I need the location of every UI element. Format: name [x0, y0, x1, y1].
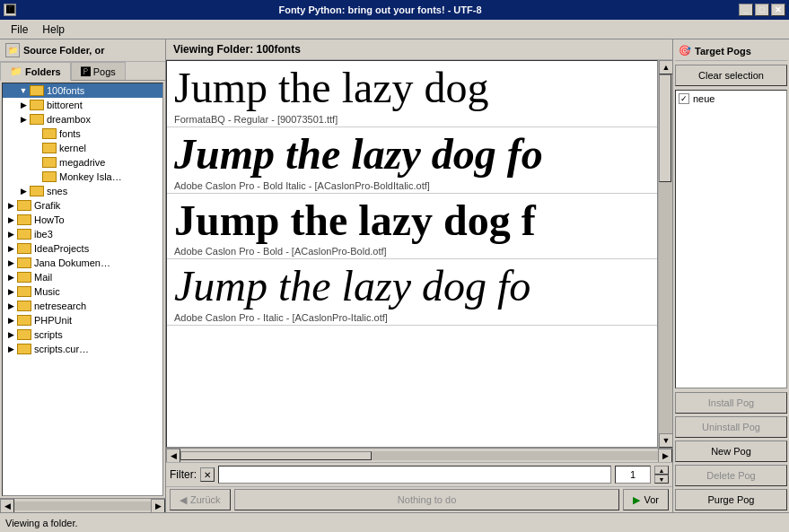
tree-label: kernel [59, 143, 86, 153]
tree-label: ibe3 [34, 229, 53, 240]
clear-selection-button[interactable]: Clear selection [675, 65, 787, 86]
spin-down-btn[interactable]: ▼ [654, 475, 669, 484]
tree-label: HowTo [34, 214, 65, 225]
delete-pog-btn[interactable]: Delete Pog [675, 465, 787, 486]
menu-help[interactable]: Help [35, 22, 72, 38]
tree-label: scripts [34, 329, 63, 340]
tree-item[interactable]: ▶scripts [3, 327, 162, 342]
font-entry[interactable]: Jump the lazy dogFormataBQ - Regular - [… [167, 61, 657, 127]
tree-item[interactable]: fonts [3, 126, 162, 141]
forward-label: Vor [644, 494, 659, 505]
preview-hscroll-track[interactable] [180, 451, 658, 460]
tree-item[interactable]: ▶Grafik [3, 198, 162, 213]
left-hscroll[interactable]: ◀ ▶ [0, 498, 165, 512]
preview-hscroll-right[interactable]: ▶ [658, 449, 672, 463]
tree-toggle[interactable]: ▼ [17, 84, 30, 97]
tree-label: dreambox [47, 114, 91, 125]
preview-hscroll-left[interactable]: ◀ [166, 449, 180, 463]
title-bar: 🅵 Fonty Python: bring out your fonts! - … [0, 0, 789, 20]
tree-item[interactable]: ▶IdeaProjects [3, 241, 162, 256]
tree-item[interactable]: kernel [3, 141, 162, 155]
tree-toggle[interactable]: ▶ [17, 113, 30, 126]
tree-toggle[interactable]: ▶ [4, 314, 17, 327]
forward-icon: ▶ [633, 494, 640, 506]
tree-item[interactable]: ▶Jana Dokumen… [3, 256, 162, 270]
folder-tree[interactable]: ▼100fonts▶bittorent▶dreambox fonts kerne… [2, 83, 163, 496]
tree-toggle[interactable]: ▶ [17, 185, 30, 197]
tree-toggle[interactable]: ▶ [4, 242, 17, 255]
pog-list[interactable]: neue [675, 90, 787, 388]
tree-item[interactable]: ▼100fonts [3, 83, 162, 98]
folder-icon [30, 85, 44, 96]
tree-toggle[interactable]: ▶ [17, 99, 30, 111]
hscroll-left-btn[interactable]: ◀ [0, 499, 14, 513]
preview-hscroll-thumb[interactable] [180, 451, 372, 460]
forward-button[interactable]: ▶ Vor [623, 489, 669, 510]
new-pog-btn[interactable]: New Pog [675, 440, 787, 462]
folder-icon [17, 315, 31, 326]
tree-toggle[interactable]: ▶ [4, 257, 17, 269]
font-entry[interactable]: Jump the lazy dog foAdobe Caslon Pro - B… [167, 127, 657, 194]
tree-toggle[interactable]: ▶ [4, 285, 17, 298]
tree-item[interactable]: ▶snes [3, 184, 162, 198]
tree-toggle[interactable]: ▶ [4, 228, 17, 240]
close-button[interactable]: ✕ [771, 4, 785, 16]
tree-label: bittorent [47, 100, 83, 110]
tree-toggle[interactable]: ▶ [4, 300, 17, 312]
purge-pog-btn[interactable]: Purge Pog [675, 489, 787, 510]
tree-item[interactable]: ▶dreambox [3, 112, 162, 126]
tree-item[interactable]: ▶bittorent [3, 98, 162, 112]
tree-item[interactable]: ▶ibe3 [3, 227, 162, 241]
filter-bar: Filter: ✕ ▲ ▼ [166, 462, 672, 486]
pogs-tab-icon: 🅿 [81, 66, 91, 77]
font-entry[interactable]: Jump the lazy dog foAdobe Caslon Pro - I… [167, 259, 657, 326]
uninstall-pog-btn[interactable]: Uninstall Pog [675, 416, 787, 438]
tree-item[interactable]: ▶netresearch [3, 299, 162, 313]
back-button[interactable]: ◀ Zurück [170, 489, 231, 510]
filter-input[interactable] [218, 466, 611, 484]
tree-item[interactable]: ▶Mail [3, 270, 162, 284]
hscroll-track[interactable] [14, 501, 151, 510]
tree-item[interactable]: ▶HowTo [3, 213, 162, 227]
right-panel: 🎯 Target Pogs Clear selection neue Insta… [672, 39, 789, 512]
tree-toggle[interactable]: ▶ [4, 328, 17, 341]
back-icon: ◀ [180, 494, 187, 506]
tree-label: megadrive [59, 157, 105, 168]
tree-toggle[interactable]: ▶ [4, 214, 17, 226]
tab-folders[interactable]: 📁 Folders [0, 62, 71, 81]
tabs-row: 📁 Folders 🅿 Pogs [0, 62, 165, 81]
preview-hscroll[interactable]: ◀ ▶ [166, 448, 672, 462]
menu-file[interactable]: File [4, 22, 35, 38]
pog-checkbox[interactable] [679, 93, 689, 104]
vscroll-down-btn[interactable]: ▼ [659, 433, 672, 448]
spin-up-btn[interactable]: ▲ [654, 466, 669, 475]
preview-vscroll[interactable]: ▲ ▼ [658, 60, 672, 448]
filter-number[interactable] [615, 466, 651, 484]
tree-item[interactable]: Monkey Isla… [3, 170, 162, 184]
vscroll-up-btn[interactable]: ▲ [659, 60, 672, 74]
pog-item[interactable]: neue [678, 92, 785, 105]
tree-toggle[interactable]: ▶ [4, 271, 17, 283]
tree-item[interactable]: ▶PHPUnit [3, 313, 162, 327]
tree-item[interactable]: ▶Music [3, 284, 162, 299]
folder-icon [17, 344, 31, 354]
tree-toggle[interactable]: ▶ [4, 199, 17, 212]
install-pog-btn[interactable]: Install Pog [675, 392, 787, 414]
hscroll-right-btn[interactable]: ▶ [151, 499, 165, 513]
tab-pogs[interactable]: 🅿 Pogs [71, 62, 126, 80]
folder-icon [30, 100, 44, 110]
tree-item[interactable]: megadrive [3, 155, 162, 170]
folder-icon [42, 157, 57, 168]
vscroll-thumb[interactable] [659, 74, 671, 182]
folder-icon [17, 243, 31, 254]
tree-toggle[interactable]: ▶ [4, 343, 17, 355]
tree-item[interactable]: ▶scripts.cur… [3, 342, 162, 356]
filter-spinbox[interactable]: ▲ ▼ [654, 466, 669, 484]
maximize-button[interactable]: □ [755, 4, 769, 16]
filter-clear-btn[interactable]: ✕ [200, 467, 215, 482]
font-meta: Adobe Caslon Pro - Bold Italic - [ACaslo… [174, 180, 650, 191]
tree-label: Mail [34, 272, 52, 283]
font-entry[interactable]: Jump the lazy dog fAdobe Caslon Pro - Bo… [167, 194, 657, 260]
font-preview-area[interactable]: Jump the lazy dogFormataBQ - Regular - [… [166, 60, 658, 448]
minimize-button[interactable]: _ [739, 4, 753, 16]
